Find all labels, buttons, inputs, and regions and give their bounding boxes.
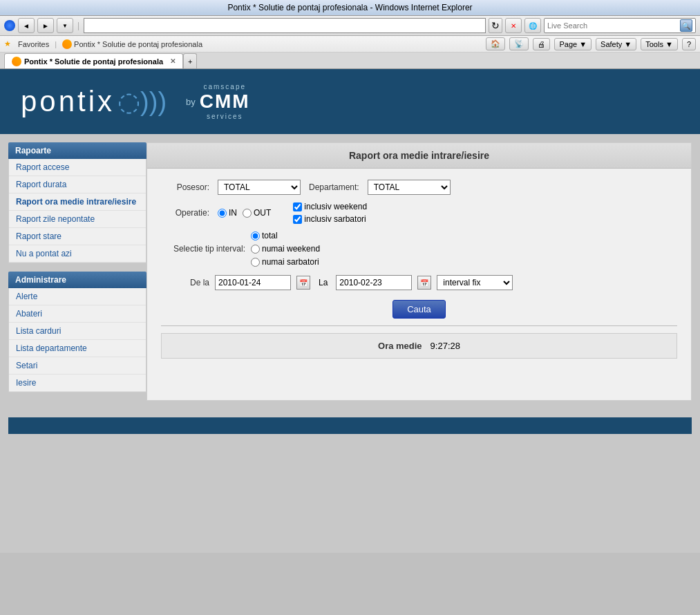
sidebar-rapoarte-header: Rapoarte <box>8 142 146 159</box>
sidebar-item-lista-departamente[interactable]: Lista departamente <box>9 340 146 357</box>
safety-menu[interactable]: Safety ▼ <box>596 38 636 50</box>
forward-button[interactable]: ► <box>37 18 54 33</box>
nav-toolbar: ◄ ► ▼ | http://10.254.1.10/pontix/ora-me… <box>0 16 700 36</box>
posesor-row: Posesor: TOTAL Departament: TOTAL <box>161 180 677 195</box>
la-label: La <box>319 278 328 287</box>
sidebar-administrare-links: Alerte Abateri Lista carduri Lista depar… <box>8 288 146 392</box>
back-button[interactable]: ◄ <box>18 18 35 33</box>
address-input[interactable]: http://10.254.1.10/pontix/ora-medie <box>84 18 486 33</box>
sidebar-administrare-header: Administrare <box>8 272 146 288</box>
browser-tab-active[interactable]: Pontix * Solutie de pontaj profesionala … <box>4 53 183 68</box>
tab-close[interactable]: ✕ <box>170 57 176 65</box>
stop-button[interactable]: ✕ <box>505 18 522 33</box>
search-input[interactable] <box>547 21 680 30</box>
rss-button[interactable]: 📡 <box>509 37 529 50</box>
radio-total[interactable] <box>251 231 260 240</box>
cmm-top-text: camscape <box>203 83 246 91</box>
toolbar-right: 🏠 📡 🖨 Page ▼ Safety ▼ Tools ▼ ? <box>486 37 696 50</box>
radio-weekend[interactable] <box>251 245 260 254</box>
sidebar-item-alerte[interactable]: Alerte <box>9 288 146 305</box>
checkbox-sarbatori-label[interactable]: inclusiv sarbatori <box>293 214 367 224</box>
window-title: Pontix * Solutie de pontaj profesionala … <box>227 3 472 12</box>
sidebar-item-abateri[interactable]: Abateri <box>9 305 146 323</box>
tools-menu[interactable]: Tools ▼ <box>641 38 678 50</box>
sidebar-item-setari[interactable]: Setari <box>9 357 146 375</box>
page-menu[interactable]: Page ▼ <box>554 38 592 50</box>
favorites-star: ★ <box>4 39 11 48</box>
header-band: pontix ◌))) by camscape CMM services <box>0 69 700 134</box>
title-bar: Pontix * Solutie de pontaj profesionala … <box>0 0 700 16</box>
cauta-button[interactable]: Cauta <box>392 300 446 319</box>
print-button[interactable]: 🖨 <box>533 38 550 50</box>
checkbox-sarbatori[interactable] <box>293 215 302 224</box>
main-panel: Raport ora medie intrare/iesire Posesor:… <box>146 142 692 401</box>
sidebar-item-raport-zile[interactable]: Raport zile nepontate <box>9 211 146 228</box>
sidebar-administrare: Administrare Alerte Abateri Lista cardur… <box>8 272 146 392</box>
sidebar-item-nu-pontat[interactable]: Nu a pontat azi <box>9 245 146 263</box>
radio-sarbatori-text: numai sarbatori <box>262 257 319 267</box>
result-label: Ora medie <box>378 341 422 351</box>
favorites-label[interactable]: Favorites <box>18 40 49 48</box>
pontix-favicon <box>62 39 72 49</box>
separator: | <box>77 21 79 30</box>
interval-select[interactable]: interval fix <box>437 275 513 290</box>
date-row: De la 2010-01-24 📅 La 2010-02-23 📅 inter… <box>161 275 677 290</box>
checkbox-weekend-label[interactable]: inclusiv weekend <box>293 202 367 211</box>
radio-total-label[interactable]: total <box>251 231 320 240</box>
operatie-in-radio[interactable] <box>218 209 227 218</box>
fav-pontix-label: Pontix * Solutie de pontaj profesionala <box>74 40 202 48</box>
home-button[interactable]: 🏠 <box>486 37 505 50</box>
sidebar: Rapoarte Raport accese Raport durata Rap… <box>8 142 146 401</box>
ie-icon <box>4 20 15 31</box>
checkbox-sarbatori-text: inclusiv sarbatori <box>304 214 366 224</box>
logo-cmm: camscape CMM services <box>200 83 250 120</box>
selectie-row: Selectie tip interval: total numai weeke… <box>161 231 677 267</box>
help-button[interactable]: ? <box>682 38 696 50</box>
sidebar-item-lista-carduri[interactable]: Lista carduri <box>9 323 146 340</box>
date-from-input[interactable]: 2010-01-24 <box>215 275 291 290</box>
sidebar-item-raport-ora-medie[interactable]: Raport ora medie intrare/iesire <box>9 193 146 211</box>
ie-globe[interactable]: 🌐 <box>524 18 541 33</box>
page-content: pontix ◌))) by camscape CMM services Rap… <box>0 69 700 553</box>
panel-body: Posesor: TOTAL Departament: TOTAL Operat… <box>147 169 691 370</box>
operatie-in-label[interactable]: IN <box>218 208 237 218</box>
logo-by-text: by <box>186 97 196 107</box>
favorites-bar: ★ Favorites | Pontix * Solutie de pontaj… <box>0 36 700 53</box>
radio-sarbatori[interactable] <box>251 258 260 267</box>
dropdown-button[interactable]: ▼ <box>57 18 73 33</box>
fav-pontix[interactable]: Pontix * Solutie de pontaj profesionala <box>62 39 202 49</box>
fav-separator: | <box>55 40 57 48</box>
search-go-button[interactable]: 🔍 <box>680 19 692 32</box>
departament-select[interactable]: TOTAL <box>368 180 451 195</box>
search-area: 🔍 <box>544 18 696 33</box>
date-to-input[interactable]: 2010-02-23 <box>336 275 412 290</box>
radio-sarbatori-label[interactable]: numai sarbatori <box>251 257 320 267</box>
radio-weekend-label[interactable]: numai weekend <box>251 244 320 254</box>
tab-label: Pontix * Solutie de pontaj profesionala <box>24 57 163 66</box>
operatie-label: Operatie: <box>161 208 209 218</box>
sidebar-item-raport-durata[interactable]: Raport durata <box>9 176 146 193</box>
radio-total-text: total <box>262 231 278 240</box>
cal-to-button[interactable]: 📅 <box>417 276 431 290</box>
sidebar-item-iesire[interactable]: Iesire <box>9 375 146 392</box>
departament-label: Departament: <box>309 182 359 192</box>
main-container: Rapoarte Raport accese Raport durata Rap… <box>0 134 700 409</box>
operatie-out-label[interactable]: OUT <box>243 208 271 218</box>
operatie-out-radio[interactable] <box>243 209 252 218</box>
go-button[interactable]: ↻ <box>489 18 502 33</box>
operatie-radio-group: IN OUT <box>218 208 271 218</box>
sidebar-item-raport-stare[interactable]: Raport stare <box>9 228 146 245</box>
cal-from-button[interactable]: 📅 <box>296 276 310 290</box>
new-tab-button[interactable]: + <box>183 53 197 68</box>
logo-waves-icon: ◌))) <box>117 86 167 117</box>
result-value: 9:27:28 <box>431 341 460 351</box>
footer-band <box>8 417 692 434</box>
checkbox-weekend[interactable] <box>293 202 302 211</box>
selectie-radios: total numai weekend numai sarbatori <box>251 231 320 267</box>
checkbox-weekend-text: inclusiv weekend <box>304 202 367 211</box>
sidebar-item-raport-accese[interactable]: Raport accese <box>9 159 146 176</box>
posesor-select[interactable]: TOTAL <box>218 180 301 195</box>
logo-by-section: by <box>180 97 196 107</box>
operatie-row: Operatie: IN OUT <box>161 202 677 224</box>
cmm-main-text: CMM <box>200 91 250 113</box>
